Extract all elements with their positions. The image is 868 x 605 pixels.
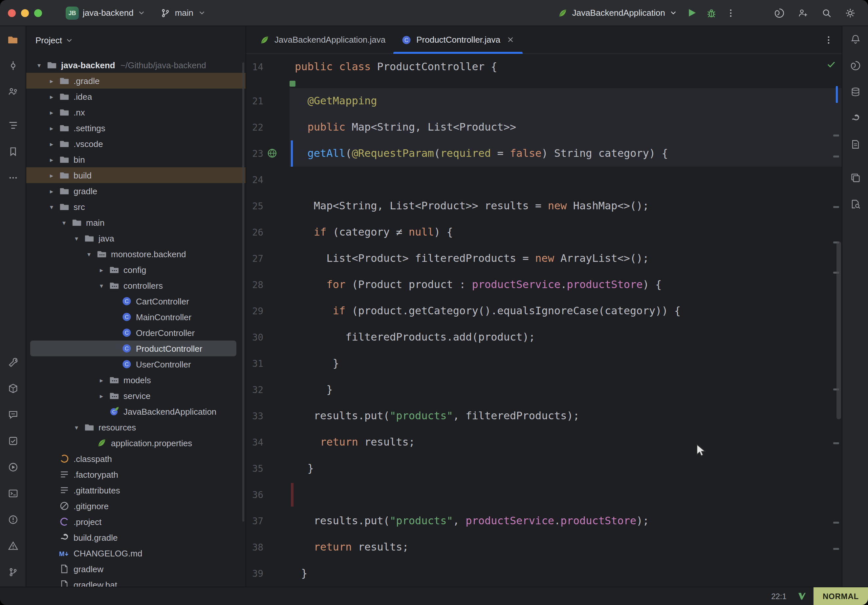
line-number[interactable]: 25 (246, 193, 263, 219)
tree-item-main[interactable]: ▾main (26, 215, 246, 230)
tree-item-.idea[interactable]: ▸.idea (26, 88, 246, 104)
line-number[interactable]: 14 (246, 54, 263, 80)
code-line-23[interactable]: 23 getAll(@RequestParam(required = false… (246, 141, 842, 167)
tree-item-bin[interactable]: ▸bin (26, 152, 246, 167)
tree-item-ProductController[interactable]: CProductController (26, 340, 246, 356)
ai-assistant-button[interactable] (769, 3, 789, 23)
tree-item-build[interactable]: ▸build (26, 167, 246, 183)
tree-item-config[interactable]: ▸config (26, 262, 246, 278)
code-line-35[interactable]: 35 } (246, 455, 842, 482)
line-number[interactable]: 36 (246, 482, 263, 508)
debug-button[interactable] (701, 3, 721, 23)
line-number[interactable]: 27 (246, 245, 263, 272)
line-number[interactable]: 39 (246, 560, 263, 586)
tree-item-.vscode[interactable]: ▸.vscode (26, 136, 246, 152)
tree-item-java-backend[interactable]: ▾java-backend~/Github/java-backend (26, 57, 246, 73)
line-number[interactable]: 38 (246, 534, 263, 560)
structure-tool-button[interactable] (0, 112, 26, 138)
gradle-tool-button[interactable] (842, 105, 868, 131)
tree-item-gradle[interactable]: ▸gradle (26, 183, 246, 199)
code-line-25[interactable]: 25 Map<String, List<Product>> results = … (246, 193, 842, 219)
editor-tab-ProductController.java[interactable]: CProductController.java (393, 26, 522, 53)
code-with-me-button[interactable] (793, 3, 813, 23)
chevron-open-icon[interactable]: ▾ (45, 203, 58, 210)
line-number[interactable]: 26 (246, 219, 263, 245)
more-tool-windows-tool-button[interactable] (0, 165, 26, 191)
tree-item-resources[interactable]: ▾resources (26, 419, 246, 435)
close-tab-icon[interactable] (506, 36, 515, 44)
code-line-29[interactable]: 29 if (product.getCategory().equalsIgnor… (246, 298, 842, 324)
tree-item-.gitignore[interactable]: .gitignore (26, 498, 246, 514)
folded-region[interactable] (246, 80, 842, 88)
line-number[interactable]: 33 (246, 403, 263, 429)
line-number[interactable]: 35 (246, 455, 263, 482)
code-line-30[interactable]: 30 filteredProducts.add(product); (246, 324, 842, 350)
tree-item-gradlew.bat[interactable]: gradlew.bat (26, 577, 246, 586)
code-line-22[interactable]: 22 public Map<String, List<Product>> (246, 114, 842, 141)
tree-item-models[interactable]: ▸models (26, 372, 246, 388)
line-number[interactable]: 24 (246, 167, 263, 193)
line-number[interactable]: 28 (246, 272, 263, 298)
find-tool-button[interactable] (842, 191, 868, 217)
line-number[interactable]: 31 (246, 350, 263, 377)
chevron-closed-icon[interactable]: ▸ (45, 156, 58, 163)
project-panel-header[interactable]: Project (26, 26, 246, 54)
tree-item-JavaBackendApplication[interactable]: CJavaBackendApplication (26, 404, 246, 419)
line-number[interactable]: 21 (246, 88, 263, 114)
maven-tool-button[interactable] (842, 131, 868, 158)
code-line-33[interactable]: 33 results.put("products", filteredProdu… (246, 403, 842, 429)
chevron-closed-icon[interactable]: ▸ (45, 187, 58, 195)
run-configuration-widget[interactable]: JavaBackendApplication (558, 8, 677, 18)
tree-item-OrderController[interactable]: COrderController (26, 325, 246, 340)
code-line-27[interactable]: 27 List<Product> filteredProducts = new … (246, 245, 842, 272)
terminal-tool-button[interactable] (0, 480, 26, 507)
line-number[interactable]: 30 (246, 324, 263, 350)
chevron-closed-icon[interactable]: ▸ (45, 172, 58, 179)
bookmarks-tool-button[interactable] (0, 138, 26, 165)
chevron-closed-icon[interactable]: ▸ (95, 392, 108, 399)
code-line-34[interactable]: 34 return results; (246, 429, 842, 455)
vim-mode-badge[interactable]: NORMAL (814, 587, 868, 605)
ai-chat-tool-button[interactable] (0, 402, 26, 428)
zoom-button[interactable] (34, 9, 42, 17)
chevron-closed-icon[interactable]: ▸ (95, 266, 108, 273)
tree-item-service[interactable]: ▸service (26, 388, 246, 404)
chevron-open-icon[interactable]: ▾ (95, 282, 108, 289)
warnings-tool-button[interactable] (0, 533, 26, 559)
chevron-open-icon[interactable]: ▾ (70, 235, 83, 242)
documentation-tool-button[interactable] (842, 165, 868, 191)
chevron-closed-icon[interactable]: ▸ (45, 124, 58, 132)
more-run-options-button[interactable] (721, 3, 741, 23)
line-number[interactable]: 22 (246, 114, 263, 141)
project-tool-button[interactable] (0, 26, 26, 53)
line-number[interactable]: 37 (246, 508, 263, 534)
chevron-closed-icon[interactable]: ▸ (45, 108, 58, 116)
pull-requests-tool-button[interactable] (0, 79, 26, 105)
tree-item-.gradle[interactable]: ▸.gradle (26, 73, 246, 88)
tree-item-controllers[interactable]: ▾controllers (26, 278, 246, 293)
todo-tool-button[interactable] (0, 428, 26, 454)
editor-tab-JavaBackendApplication.java[interactable]: JavaBackendApplication.java (251, 26, 393, 53)
project-tree-scrollbar[interactable] (242, 62, 244, 521)
code-line-39[interactable]: 39 } (246, 560, 842, 586)
chevron-open-icon[interactable]: ▾ (58, 219, 70, 226)
code-line-32[interactable]: 32 } (246, 377, 842, 403)
code-line-36[interactable]: 36 (246, 482, 842, 508)
line-number[interactable]: 23 (246, 141, 263, 167)
tree-item-build.gradle[interactable]: build.gradle (26, 529, 246, 545)
code-editor[interactable]: 14public class ProductController {21 @Ge… (246, 54, 842, 586)
tree-item-UserController[interactable]: CUserController (26, 356, 246, 372)
tree-item-.settings[interactable]: ▸.settings (26, 120, 246, 136)
chevron-open-icon[interactable]: ▾ (33, 61, 45, 68)
tree-item-src[interactable]: ▾src (26, 199, 246, 215)
search-everywhere-button[interactable] (817, 3, 837, 23)
chevron-open-icon[interactable]: ▾ (83, 250, 95, 258)
minimize-button[interactable] (21, 9, 29, 17)
tree-item-gradlew[interactable]: gradlew (26, 561, 246, 577)
tree-item-.factorypath[interactable]: .factorypath (26, 467, 246, 482)
inspections-ok-icon[interactable] (826, 59, 837, 70)
database-tool-button[interactable] (842, 79, 868, 105)
run-tool-button[interactable] (0, 454, 26, 480)
code-line-28[interactable]: 28 for (Product product : productService… (246, 272, 842, 298)
code-line-38[interactable]: 38 return results; (246, 534, 842, 560)
